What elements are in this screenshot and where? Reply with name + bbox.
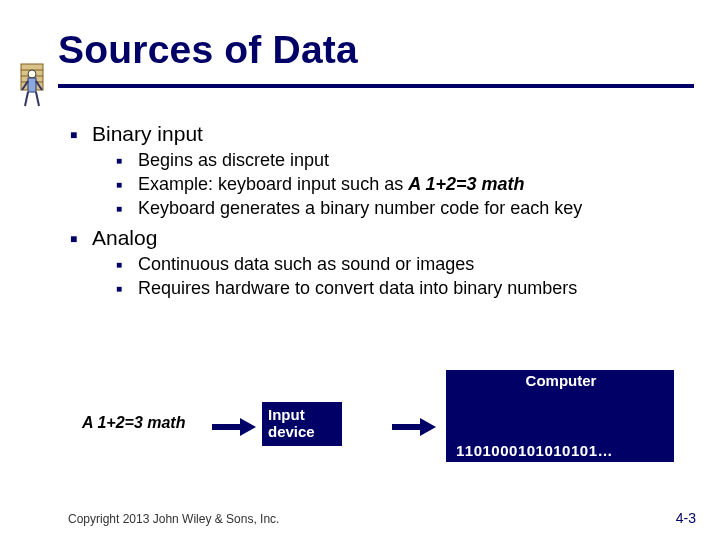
title-underline [58,84,694,88]
arrow-icon [212,418,256,436]
sub-bullet-text: Requires hardware to convert data into b… [138,278,577,298]
diagram-source-text: A 1+2=3 math [82,414,185,432]
svg-marker-11 [240,418,256,436]
svg-line-7 [36,92,39,106]
sub-bullet: Keyboard generates a binary number code … [116,198,690,220]
arrow-icon [392,418,436,436]
content-body: Binary input Begins as discrete input Ex… [68,122,690,306]
svg-rect-5 [28,78,36,92]
binary-stream-text: 1101000101010101… [456,442,613,459]
svg-point-4 [28,70,36,78]
sub-bullet: Begins as discrete input [116,150,690,172]
bullet-label: Analog [92,226,157,249]
bullet-analog: Analog Continuous data such as sound or … [68,226,690,300]
page-number: 4-3 [676,510,696,526]
bullet-binary-input: Binary input Begins as discrete input Ex… [68,122,690,220]
sub-bullet-text: Keyboard generates a binary number code … [138,198,582,218]
page-title: Sources of Data [58,28,690,72]
data-flow-diagram: A 1+2=3 math Input device Computer 11010… [82,380,682,480]
input-device-line1: Input [268,406,305,423]
input-device-box: Input device [262,402,342,446]
svg-line-6 [25,92,28,106]
sub-bullet: Example: keyboard input such as A 1+2=3 … [116,174,690,196]
sub-bullet: Requires hardware to convert data into b… [116,278,690,300]
sub-bullet-text: Example: keyboard input such as [138,174,408,194]
slide: Sources of Data Binary input Begins as d… [0,0,720,540]
svg-marker-13 [420,418,436,436]
computer-label: Computer [456,372,666,389]
bullet-label: Binary input [92,122,203,145]
title-block: Sources of Data [58,28,690,88]
decorative-figure-icon [15,60,49,110]
copyright-text: Copyright 2013 John Wiley & Sons, Inc. [68,512,279,526]
sub-bullet-text: Continuous data such as sound or images [138,254,474,274]
emphasized-example: A 1+2=3 math [408,174,524,194]
input-device-line2: device [268,423,315,440]
sub-bullet: Continuous data such as sound or images [116,254,690,276]
sub-bullet-text: Begins as discrete input [138,150,329,170]
